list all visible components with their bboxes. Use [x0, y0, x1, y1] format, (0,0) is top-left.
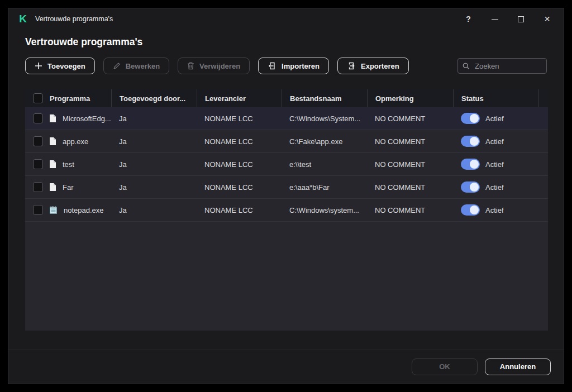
- column-header-3: Bestandsnaam: [282, 89, 367, 107]
- row-checkbox[interactable]: [33, 113, 43, 123]
- program-name: Far: [63, 183, 74, 192]
- add-button[interactable]: Toevoegen: [25, 58, 95, 74]
- title-bar: K Vertrouwde programma's ? ✕: [8, 8, 564, 30]
- cell-status: Actief: [453, 176, 538, 198]
- page-title: Vertrouwde programma's: [25, 36, 564, 48]
- status-toggle[interactable]: [461, 204, 480, 216]
- file-icon: [49, 183, 56, 192]
- close-icon[interactable]: ✕: [534, 8, 560, 30]
- search-icon: [463, 62, 470, 72]
- row-checkbox[interactable]: [33, 136, 43, 146]
- cell-extra: [538, 107, 548, 130]
- cell-status: Actief: [453, 153, 538, 175]
- toolbar: Toevoegen Bewerken Verwijderen Importere…: [25, 58, 547, 74]
- column-header-5: Status: [453, 89, 538, 107]
- file-icon: [49, 137, 56, 146]
- kaspersky-logo-icon: K: [17, 13, 28, 25]
- table-row[interactable]: testJaNONAME LCCe:\\testNO COMMENTActief: [25, 153, 548, 176]
- window-title: Vertrouwde programma's: [35, 15, 113, 23]
- status-toggle[interactable]: [461, 113, 480, 124]
- notepad-icon: [49, 205, 58, 214]
- cell-comment: NO COMMENT: [367, 153, 453, 175]
- cell-program: test: [25, 153, 111, 175]
- status-toggle[interactable]: [461, 181, 480, 193]
- help-icon[interactable]: ?: [455, 8, 482, 30]
- add-button-label: Toevoegen: [47, 62, 85, 70]
- cell-vendor: NONAME LCC: [197, 130, 282, 152]
- cell-status: Actief: [453, 199, 538, 221]
- select-all-checkbox[interactable]: [33, 93, 43, 103]
- table-body: MicrosoftEdg...JaNONAME LCCC:\Windows\Sy…: [25, 107, 548, 222]
- cell-comment: NO COMMENT: [367, 130, 453, 152]
- table-row[interactable]: notepad.exeJaNONAME LCCC:\Windows\system…: [25, 199, 548, 222]
- cell-extra: [538, 130, 548, 152]
- plus-icon: [35, 62, 42, 70]
- export-button[interactable]: Exporteren: [337, 58, 409, 74]
- column-header-label: Leverancier: [205, 94, 246, 103]
- dialog-window: K Vertrouwde programma's ? ✕ Vertrouwde …: [8, 8, 564, 384]
- dialog-footer: OK Annuleren: [8, 349, 564, 384]
- cell-filename: C:\Fake\app.exe: [282, 130, 367, 152]
- status-label: Actief: [485, 183, 504, 192]
- cell-added-by: Ja: [111, 176, 197, 198]
- cell-vendor: NONAME LCC: [197, 199, 282, 221]
- cell-added-by: Ja: [111, 153, 197, 175]
- cell-extra: [538, 153, 548, 175]
- column-header-label: Bestandsnaam: [290, 94, 341, 103]
- program-name: notepad.exe: [64, 206, 104, 214]
- cell-extra: [538, 176, 548, 198]
- ok-button[interactable]: OK: [412, 358, 478, 375]
- edit-button[interactable]: Bewerken: [103, 58, 169, 74]
- status-label: Actief: [485, 137, 504, 146]
- trash-icon: [187, 62, 194, 70]
- status-label: Actief: [485, 160, 504, 169]
- column-header-label: Opmerking: [375, 94, 414, 103]
- program-name: MicrosoftEdg...: [63, 114, 111, 123]
- cancel-button[interactable]: Annuleren: [485, 358, 551, 375]
- search-input[interactable]: [457, 58, 547, 74]
- program-name: app.exe: [63, 137, 88, 146]
- table-row[interactable]: app.exeJaNONAME LCCC:\Fake\app.exeNO COM…: [25, 130, 548, 153]
- cell-comment: NO COMMENT: [367, 199, 453, 221]
- cell-added-by: Ja: [111, 199, 197, 221]
- edit-button-label: Bewerken: [126, 62, 160, 70]
- column-header-0: Programma: [25, 89, 111, 107]
- row-checkbox[interactable]: [33, 159, 43, 169]
- status-toggle[interactable]: [461, 136, 480, 147]
- cell-comment: NO COMMENT: [367, 176, 453, 198]
- cell-filename: C:\Windows\System...: [282, 107, 367, 130]
- export-button-label: Exporteren: [361, 62, 399, 70]
- cell-status: Actief: [453, 107, 538, 130]
- cell-extra: [538, 199, 548, 221]
- column-header-1: Toegevoegd door...: [111, 89, 197, 107]
- column-header-label: Programma: [50, 94, 90, 103]
- search-box: [457, 58, 547, 74]
- table-row[interactable]: MicrosoftEdg...JaNONAME LCCC:\Windows\Sy…: [25, 107, 548, 130]
- column-header-2: Leverancier: [197, 89, 282, 107]
- row-checkbox[interactable]: [33, 182, 43, 192]
- import-button-label: Importeren: [282, 62, 320, 70]
- delete-button[interactable]: Verwijderen: [178, 58, 250, 74]
- cell-filename: e:\aaa*b\Far: [282, 176, 367, 198]
- minimize-icon[interactable]: [482, 8, 508, 30]
- status-toggle[interactable]: [461, 159, 480, 170]
- column-header-4: Opmerking: [367, 89, 453, 107]
- cell-vendor: NONAME LCC: [197, 153, 282, 175]
- cell-program: app.exe: [25, 130, 111, 152]
- status-label: Actief: [485, 206, 504, 214]
- maximize-icon[interactable]: [508, 8, 534, 30]
- import-button[interactable]: Importeren: [258, 58, 329, 74]
- program-name: test: [63, 160, 74, 169]
- import-icon: [268, 61, 277, 70]
- cell-status: Actief: [453, 130, 538, 152]
- cell-added-by: Ja: [111, 107, 197, 130]
- table-row[interactable]: FarJaNONAME LCCe:\aaa*b\FarNO COMMENTAct…: [25, 176, 548, 199]
- file-icon: [49, 114, 56, 123]
- cell-filename: e:\\test: [282, 153, 367, 175]
- column-header-label: Status: [461, 94, 484, 103]
- cell-comment: NO COMMENT: [367, 107, 453, 130]
- trusted-programs-table: ProgrammaToegevoegd door...LeverancierBe…: [25, 89, 548, 331]
- row-checkbox[interactable]: [33, 205, 43, 215]
- export-icon: [347, 61, 356, 70]
- column-header-label: Toegevoegd door...: [120, 94, 185, 103]
